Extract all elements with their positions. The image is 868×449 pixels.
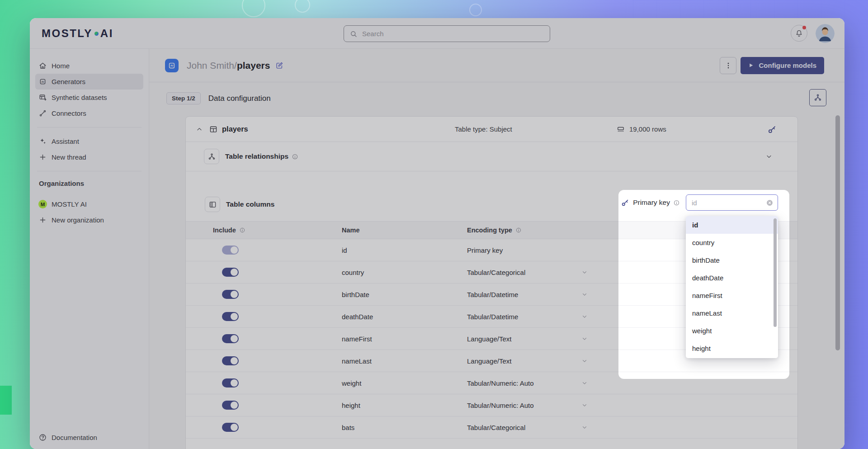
configure-models-button[interactable]: Configure models <box>741 57 824 74</box>
encoding-value[interactable]: Language/Text <box>467 357 511 365</box>
include-toggle[interactable] <box>222 312 239 321</box>
schema-view-button[interactable] <box>809 89 826 106</box>
dropdown-option[interactable]: nameLast <box>686 304 778 322</box>
include-toggle[interactable] <box>222 268 239 277</box>
pencil-icon <box>275 61 284 70</box>
home-icon <box>38 61 47 70</box>
table-relationships-row[interactable]: Table relationships <box>186 142 797 171</box>
primary-key-button[interactable] <box>767 124 777 134</box>
relationships-icon-box <box>204 149 219 164</box>
info-icon[interactable] <box>515 227 522 233</box>
include-toggle[interactable] <box>222 356 239 365</box>
include-toggle[interactable] <box>222 378 239 388</box>
sidebar: Home AI Generators Synthetic datasets Co… <box>30 49 149 449</box>
column-name: nameLast <box>342 357 467 365</box>
desktop-background: { "brand": { "logo_part1": "MOSTLY", "lo… <box>0 0 868 449</box>
sidebar-item-documentation[interactable]: Documentation <box>35 430 143 445</box>
dropdown-option[interactable]: nameFirst <box>686 287 778 304</box>
toggle-knob <box>231 291 238 298</box>
primary-key-label: Primary key <box>633 199 670 207</box>
row-count-label: 19,000 rows <box>629 125 666 133</box>
table-card-header: players Table type: Subject 19,000 rows <box>186 117 797 142</box>
chevron-down-icon[interactable] <box>581 291 588 298</box>
chevron-down-icon[interactable] <box>581 269 588 275</box>
chevron-down-icon[interactable] <box>581 313 588 320</box>
dropdown-option[interactable]: country <box>686 234 778 251</box>
dropdown-option[interactable]: deathDate <box>686 269 778 287</box>
toggle-knob <box>231 313 238 320</box>
more-options-button[interactable] <box>720 57 736 74</box>
sidebar-item-generators[interactable]: AI Generators <box>35 74 143 90</box>
user-avatar[interactable] <box>816 24 835 43</box>
include-toggle[interactable] <box>222 334 239 343</box>
columns-icon <box>208 200 217 209</box>
connector-icon <box>38 109 47 118</box>
column-name: bats <box>342 424 467 431</box>
sidebar-item-home[interactable]: Home <box>35 58 143 74</box>
mostly-ai-logo[interactable]: MOSTLY AI <box>42 27 113 40</box>
sidebar-item-synthetic-datasets[interactable]: Synthetic datasets <box>35 90 143 105</box>
key-icon <box>767 124 777 134</box>
encoding-value[interactable]: Tabular/Numeric: Auto <box>467 379 534 387</box>
include-toggle[interactable] <box>222 401 239 410</box>
sparkles-icon <box>38 137 47 146</box>
chevron-down-icon[interactable] <box>581 424 588 430</box>
chevron-down-icon[interactable] <box>581 336 588 342</box>
encoding-value[interactable]: Tabular/Categorical <box>467 424 525 431</box>
expand-relationships-button[interactable] <box>765 153 773 160</box>
primary-key-dropdown: idcountrybirthDatedeathDatenameFirstname… <box>686 216 778 358</box>
avatar-image <box>816 24 835 43</box>
sidebar-item-connectors[interactable]: Connectors <box>35 105 143 121</box>
dropdown-option[interactable]: weight <box>686 322 778 340</box>
sidebar-item-assistant[interactable]: Assistant <box>35 133 143 149</box>
encoding-value[interactable]: Tabular/Datetime <box>467 291 518 298</box>
info-icon[interactable] <box>239 227 245 233</box>
dropdown-option[interactable]: id <box>686 216 778 234</box>
encoding-value[interactable]: Tabular/Datetime <box>467 313 518 321</box>
toggle-knob <box>231 379 238 387</box>
table-row: batsTabular/Categorical <box>186 416 797 439</box>
column-name: weight <box>342 379 467 387</box>
search-bar[interactable] <box>344 25 550 42</box>
sidebar-item-new-organization[interactable]: New organization <box>35 212 143 228</box>
chevron-down-icon[interactable] <box>581 358 588 364</box>
generator-icon: AI <box>165 59 179 72</box>
plus-icon <box>38 216 47 224</box>
include-toggle[interactable] <box>222 423 239 432</box>
column-name: nameFirst <box>342 335 467 343</box>
dropdown-option[interactable]: birthDate <box>686 251 778 269</box>
chevron-up-icon <box>196 126 203 133</box>
rows-icon <box>616 125 625 134</box>
encoding-value[interactable]: Tabular/Categorical <box>467 269 525 276</box>
info-icon[interactable] <box>673 199 680 206</box>
clear-circle-icon <box>766 199 774 207</box>
sidebar-divider <box>37 171 142 171</box>
window-scrollbar[interactable] <box>835 115 840 350</box>
logo-text: AI <box>100 27 113 40</box>
toggle-knob <box>231 269 238 276</box>
table-card: players Table type: Subject 19,000 rows … <box>185 116 798 449</box>
background-green-block <box>0 386 12 415</box>
primary-key-control: Primary key <box>621 194 778 211</box>
key-icon <box>621 198 630 207</box>
dropdown-option[interactable]: height <box>686 340 778 357</box>
sidebar-divider <box>37 127 142 128</box>
chevron-down-icon[interactable] <box>581 380 588 386</box>
collapse-table-button[interactable] <box>196 126 203 133</box>
toggle-knob <box>231 402 238 409</box>
notifications-button[interactable] <box>791 25 807 42</box>
toggle-knob <box>231 246 238 254</box>
primary-key-input[interactable] <box>692 199 762 207</box>
sidebar-item-new-thread[interactable]: New thread <box>35 149 143 165</box>
column-name: birthDate <box>342 291 467 298</box>
sidebar-item-organization-mostly-ai[interactable]: M MOSTLY AI <box>35 196 143 212</box>
info-icon[interactable] <box>292 153 298 160</box>
clear-input-button[interactable] <box>766 199 774 207</box>
encoding-value[interactable]: Tabular/Numeric: Auto <box>467 402 534 409</box>
include-toggle[interactable] <box>222 290 239 299</box>
chevron-down-icon[interactable] <box>581 402 588 408</box>
encoding-value[interactable]: Language/Text <box>467 335 511 343</box>
search-input[interactable] <box>362 30 544 38</box>
edit-name-button[interactable] <box>275 61 284 70</box>
dropdown-scrollbar[interactable] <box>774 218 777 327</box>
